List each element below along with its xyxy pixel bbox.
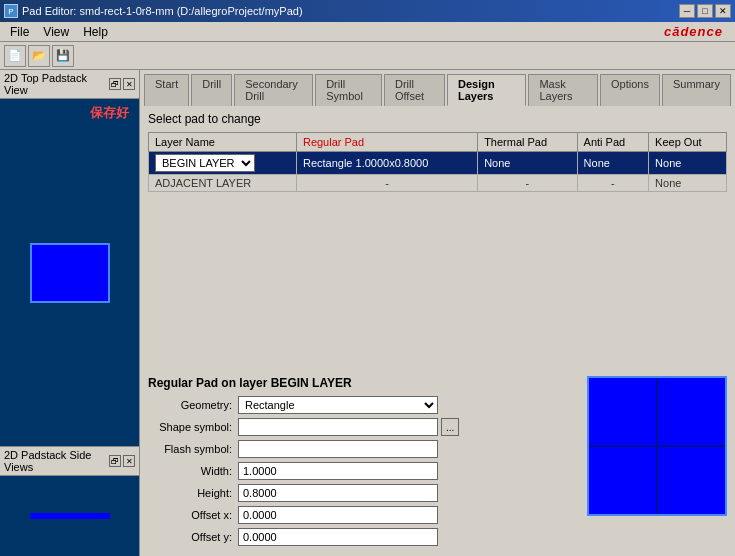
shape-symbol-input[interactable] <box>238 418 438 436</box>
tab-bar: Start Drill Secondary Drill Drill Symbol… <box>140 70 735 106</box>
top-canvas: 保存好 <box>0 99 139 446</box>
toolbar-open-button[interactable]: 📂 <box>28 45 50 67</box>
offset-y-row: Offset y: 0.0000 <box>148 528 579 546</box>
side-pad-line <box>30 513 110 519</box>
shape-symbol-row: Shape symbol: ... <box>148 418 579 436</box>
menu-bar: File View Help cādence <box>0 22 735 42</box>
tab-drill-offset[interactable]: Drill Offset <box>384 74 445 106</box>
tab-mask-layers[interactable]: Mask Layers <box>528 74 598 106</box>
row1-keep-out: None <box>649 152 727 175</box>
top-view-label: 2D Top Padstack View <box>4 72 109 96</box>
col-regular-pad: Regular Pad <box>296 133 477 152</box>
row1-anti-pad: None <box>577 152 648 175</box>
form-title: Regular Pad on layer BEGIN LAYER <box>148 376 579 390</box>
cross-vertical <box>656 378 658 514</box>
menu-file[interactable]: File <box>4 23 35 41</box>
flash-symbol-input[interactable] <box>238 440 438 458</box>
col-layer-name: Layer Name <box>149 133 297 152</box>
table-row[interactable]: ADJACENT LAYER - - - None <box>149 175 727 192</box>
row1-layer: BEGIN LAYER <box>149 152 297 175</box>
row1-thermal-pad: None <box>478 152 577 175</box>
top-view-float-button[interactable]: 🗗 <box>109 78 121 90</box>
maximize-button[interactable]: □ <box>697 4 713 18</box>
side-view-panel: 2D Padstack Side Views 🗗 ✕ <box>0 446 139 556</box>
pad-form: Regular Pad on layer BEGIN LAYER Geometr… <box>148 376 579 550</box>
shape-symbol-label: Shape symbol: <box>148 421 238 433</box>
offset-x-input[interactable]: 0.0000 <box>238 506 438 524</box>
menu-view[interactable]: View <box>37 23 75 41</box>
close-button[interactable]: ✕ <box>715 4 731 18</box>
row2-regular-pad: - <box>296 175 477 192</box>
tab-drill[interactable]: Drill <box>191 74 232 106</box>
height-label: Height: <box>148 487 238 499</box>
offset-x-row: Offset x: 0.0000 <box>148 506 579 524</box>
bottom-section: Regular Pad on layer BEGIN LAYER Geometr… <box>148 376 727 550</box>
title-bar: P Pad Editor: smd-rect-1-0r8-mm (D:/alle… <box>0 0 735 22</box>
tab-secondary-drill[interactable]: Secondary Drill <box>234 74 313 106</box>
offset-x-label: Offset x: <box>148 509 238 521</box>
flash-symbol-row: Flash symbol: <box>148 440 579 458</box>
menu-help[interactable]: Help <box>77 23 114 41</box>
col-thermal-pad: Thermal Pad <box>478 133 577 152</box>
side-view-close-button[interactable]: ✕ <box>123 455 135 467</box>
window-title: Pad Editor: smd-rect-1-0r8-mm (D:/allegr… <box>22 5 303 17</box>
geometry-label: Geometry: <box>148 399 238 411</box>
layer-dropdown[interactable]: BEGIN LAYER <box>155 154 255 172</box>
side-view-float-button[interactable]: 🗗 <box>109 455 121 467</box>
pad-preview-cross <box>589 378 725 514</box>
tab-summary[interactable]: Summary <box>662 74 731 106</box>
pad-preview <box>587 376 727 516</box>
flash-symbol-label: Flash symbol: <box>148 443 238 455</box>
layer-table: Layer Name Regular Pad Thermal Pad Anti … <box>148 132 727 192</box>
toolbar: 📄 📂 💾 <box>0 42 735 70</box>
save-label: 保存好 <box>90 104 129 122</box>
content-body: Select pad to change Layer Name Regular … <box>140 106 735 556</box>
tab-drill-symbol[interactable]: Drill Symbol <box>315 74 382 106</box>
tab-start[interactable]: Start <box>144 74 189 106</box>
width-row: Width: 1.0000 <box>148 462 579 480</box>
side-canvas <box>0 476 139 556</box>
content-area: Start Drill Secondary Drill Drill Symbol… <box>140 70 735 556</box>
app-icon: P <box>4 4 18 18</box>
pad-rect-top <box>30 243 110 303</box>
side-view-header: 2D Padstack Side Views 🗗 ✕ <box>0 447 139 476</box>
left-panel: 2D Top Padstack View 🗗 ✕ 保存好 2D Padstack… <box>0 70 140 556</box>
geometry-select[interactable]: Rectangle <box>238 396 438 414</box>
cadence-logo: cādence <box>664 24 731 39</box>
width-input[interactable]: 1.0000 <box>238 462 438 480</box>
top-view-close-button[interactable]: ✕ <box>123 78 135 90</box>
tab-options[interactable]: Options <box>600 74 660 106</box>
select-pad-label: Select pad to change <box>148 112 727 126</box>
height-row: Height: 0.8000 <box>148 484 579 502</box>
side-view-label: 2D Padstack Side Views <box>4 449 109 473</box>
tab-design-layers[interactable]: Design Layers <box>447 74 526 106</box>
row2-keep-out: None <box>649 175 727 192</box>
offset-y-input[interactable]: 0.0000 <box>238 528 438 546</box>
toolbar-new-button[interactable]: 📄 <box>4 45 26 67</box>
toolbar-save-button[interactable]: 💾 <box>52 45 74 67</box>
width-label: Width: <box>148 465 238 477</box>
main-layout: 2D Top Padstack View 🗗 ✕ 保存好 2D Padstack… <box>0 70 735 556</box>
top-view-header: 2D Top Padstack View 🗗 ✕ <box>0 70 139 99</box>
offset-y-label: Offset y: <box>148 531 238 543</box>
col-keep-out: Keep Out <box>649 133 727 152</box>
minimize-button[interactable]: ─ <box>679 4 695 18</box>
shape-symbol-browse-button[interactable]: ... <box>441 418 459 436</box>
row2-anti-pad: - <box>577 175 648 192</box>
row1-regular-pad: Rectangle 1.0000x0.8000 <box>296 152 477 175</box>
row2-layer: ADJACENT LAYER <box>149 175 297 192</box>
col-anti-pad: Anti Pad <box>577 133 648 152</box>
geometry-row: Geometry: Rectangle <box>148 396 579 414</box>
table-row[interactable]: BEGIN LAYER Rectangle 1.0000x0.8000 None… <box>149 152 727 175</box>
height-input[interactable]: 0.8000 <box>238 484 438 502</box>
row2-thermal-pad: - <box>478 175 577 192</box>
